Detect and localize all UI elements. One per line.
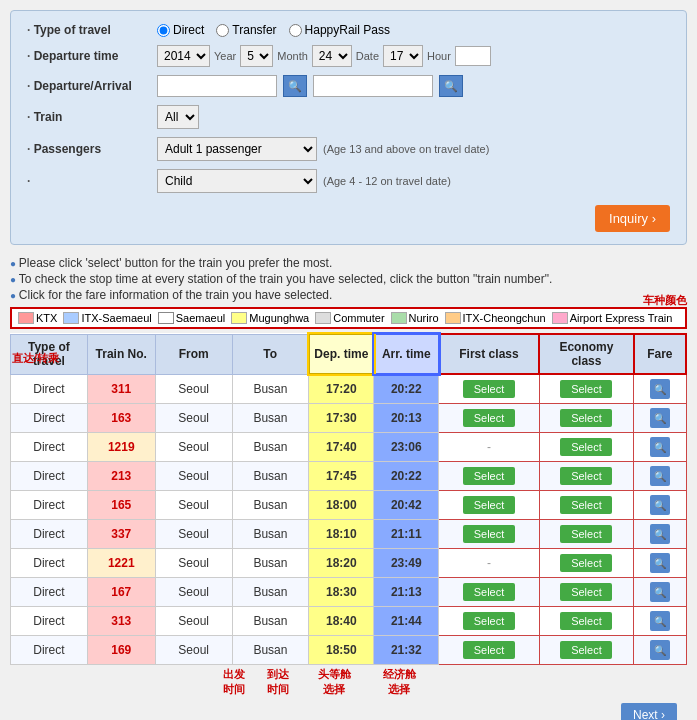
first-select-btn[interactable]: Select	[463, 467, 515, 485]
cell-from: Seoul	[155, 607, 232, 636]
cell-dep: 17:40	[309, 433, 374, 462]
cell-first: Select	[439, 404, 539, 433]
cell-to: Busan	[232, 636, 309, 665]
eco-select-btn[interactable]: Select	[560, 641, 612, 659]
train-link[interactable]: 165	[111, 498, 131, 512]
legend-saemaeul: Saemaeul	[158, 312, 226, 324]
fare-icon-btn[interactable]: 🔍	[650, 437, 670, 457]
cell-fare: 🔍	[634, 549, 686, 578]
legend-ktx: KTX	[18, 312, 57, 324]
cell-to: Busan	[232, 462, 309, 491]
child-row: Child (Age 4 - 12 on travel date)	[27, 169, 670, 193]
eco-select-btn[interactable]: Select	[560, 554, 612, 572]
eco-select-btn[interactable]: Select	[560, 496, 612, 514]
col-from: From	[155, 334, 232, 374]
fare-icon-btn[interactable]: 🔍	[650, 495, 670, 515]
cell-from: Seoul	[155, 462, 232, 491]
adult-select[interactable]: Adult 1 passenger	[157, 137, 317, 161]
child-age-note: (Age 4 - 12 on travel date)	[323, 175, 451, 187]
airport-express-label: Airport Express Train	[570, 312, 673, 324]
travel-type-options: Direct Transfer HappyRail Pass	[157, 23, 390, 37]
transfer-radio[interactable]: Transfer	[216, 23, 276, 37]
cell-fare: 🔍	[634, 491, 686, 520]
first-select-btn[interactable]: Select	[463, 380, 515, 398]
fare-icon-btn[interactable]: 🔍	[650, 379, 670, 399]
fare-icon-btn[interactable]: 🔍	[650, 408, 670, 428]
to-city-input[interactable]: Busan	[313, 75, 433, 97]
cell-fare: 🔍	[634, 374, 686, 404]
to-search-button[interactable]: 🔍	[439, 75, 463, 97]
ktx-label: KTX	[36, 312, 57, 324]
direct-radio[interactable]: Direct	[157, 23, 204, 37]
first-select-btn[interactable]: Select	[463, 409, 515, 427]
train-select[interactable]: All	[157, 105, 199, 129]
year-select[interactable]: 2014	[157, 45, 210, 67]
no-first: -	[487, 440, 491, 454]
cell-train: 313	[87, 607, 155, 636]
inquiry-row: Inquiry	[27, 201, 670, 232]
eco-select-btn[interactable]: Select	[560, 438, 612, 456]
cell-train: 311	[87, 374, 155, 404]
fare-icon-btn[interactable]: 🔍	[650, 553, 670, 573]
ann-arr: 到达时间	[256, 667, 300, 697]
travel-type-row: Type of travel Direct Transfer HappyRail…	[27, 23, 670, 37]
first-select-btn[interactable]: Select	[463, 641, 515, 659]
hour-select[interactable]: 17	[383, 45, 423, 67]
train-link[interactable]: 313	[111, 614, 131, 628]
fare-icon-btn[interactable]: 🔍	[650, 524, 670, 544]
train-link[interactable]: 169	[111, 643, 131, 657]
fare-icon-btn[interactable]: 🔍	[650, 611, 670, 631]
child-select[interactable]: Child	[157, 169, 317, 193]
train-link[interactable]: 167	[111, 585, 131, 599]
instruction-2: To check the stop time at every station …	[10, 271, 687, 287]
cell-first: Select	[439, 374, 539, 404]
month-select[interactable]: 5	[240, 45, 273, 67]
happyrail-radio[interactable]: HappyRail Pass	[289, 23, 390, 37]
nuriro-color	[391, 312, 407, 324]
fare-icon-btn[interactable]: 🔍	[650, 582, 670, 602]
first-select-btn[interactable]: Select	[463, 612, 515, 630]
eco-select-btn[interactable]: Select	[560, 467, 612, 485]
eco-select-btn[interactable]: Select	[560, 525, 612, 543]
first-select-btn[interactable]: Select	[463, 583, 515, 601]
next-row: Next	[10, 699, 687, 720]
cell-dep: 18:20	[309, 549, 374, 578]
cell-train: 337	[87, 520, 155, 549]
cell-eco: Select	[539, 549, 634, 578]
saemaeul-label: Saemaeul	[176, 312, 226, 324]
fare-icon-btn[interactable]: 🔍	[650, 640, 670, 660]
date-select[interactable]: 24	[312, 45, 352, 67]
first-select-btn[interactable]: Select	[463, 525, 515, 543]
col-fare: Fare	[634, 334, 686, 374]
train-link[interactable]: 1219	[108, 440, 135, 454]
eco-select-btn[interactable]: Select	[560, 380, 612, 398]
from-search-button[interactable]: 🔍	[283, 75, 307, 97]
departure-time-row: Departure time 2014 Year 5 Month 24 Date…	[27, 45, 670, 67]
cell-arr: 20:22	[374, 374, 439, 404]
departure-inputs: 2014 Year 5 Month 24 Date 17 Hour Sat	[157, 45, 491, 67]
eco-select-btn[interactable]: Select	[560, 583, 612, 601]
fare-icon-btn[interactable]: 🔍	[650, 466, 670, 486]
eco-select-btn[interactable]: Select	[560, 409, 612, 427]
cell-from: Seoul	[155, 520, 232, 549]
col-arr: Arr. time	[374, 334, 439, 374]
train-link[interactable]: 213	[111, 469, 131, 483]
train-link[interactable]: 1221	[108, 556, 135, 570]
ann-eco: 经济舱选择	[368, 667, 430, 697]
table-row: Direct 337 Seoul Busan 18:10 21:11 Selec…	[11, 520, 687, 549]
table-row: Direct 169 Seoul Busan 18:50 21:32 Selec…	[11, 636, 687, 665]
train-link[interactable]: 163	[111, 411, 131, 425]
cell-first: -	[439, 433, 539, 462]
train-link[interactable]: 337	[111, 527, 131, 541]
legend-commuter: Commuter	[315, 312, 384, 324]
mugunghwa-color	[231, 312, 247, 324]
from-city-input[interactable]: Seoul	[157, 75, 277, 97]
first-select-btn[interactable]: Select	[463, 496, 515, 514]
next-button[interactable]: Next	[621, 703, 677, 720]
eco-select-btn[interactable]: Select	[560, 612, 612, 630]
cell-first: Select	[439, 491, 539, 520]
departure-arrival-row: Departure/Arrival Seoul 🔍 Busan 🔍	[27, 75, 670, 97]
booking-form: Type of travel Direct Transfer HappyRail…	[10, 10, 687, 245]
inquiry-button[interactable]: Inquiry	[595, 205, 670, 232]
train-link[interactable]: 311	[111, 382, 131, 396]
